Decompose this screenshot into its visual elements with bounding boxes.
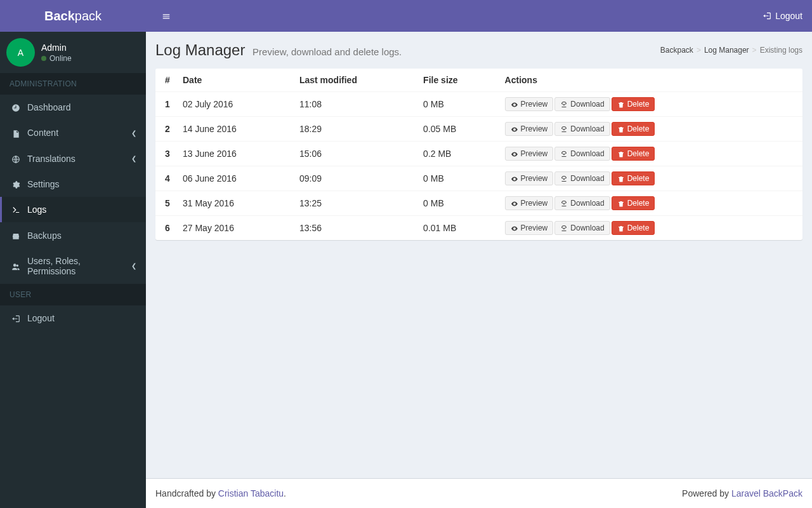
cloud-download-icon <box>560 199 568 208</box>
preview-button[interactable]: Preview <box>505 171 554 185</box>
brand-logo[interactable]: Backpack <box>0 0 146 32</box>
trash-icon <box>617 149 625 158</box>
col-size: File size <box>418 69 500 92</box>
cell-actions: Preview Download Delete <box>500 216 802 241</box>
cell-date: 27 May 2016 <box>178 216 294 241</box>
breadcrumb: Backpack > Log Manager > Existing logs <box>660 46 802 55</box>
download-button[interactable]: Download <box>554 221 610 235</box>
top-logout-link[interactable]: Logout <box>763 11 802 21</box>
delete-button[interactable]: Delete <box>612 122 655 136</box>
chevron-left-icon: ❮ <box>131 262 136 269</box>
eye-icon <box>511 224 518 232</box>
logout-icon <box>10 313 22 323</box>
eye-icon <box>511 124 518 133</box>
sidebar-item-content[interactable]: Content ❮ <box>0 120 146 145</box>
sidebar-item-logs[interactable]: Logs <box>0 197 146 222</box>
cell-actions: Preview Download Delete <box>500 142 802 166</box>
trash-icon <box>617 199 625 208</box>
preview-button[interactable]: Preview <box>505 97 554 111</box>
sidebar-item-translations[interactable]: Translations ❮ <box>0 146 146 171</box>
cell-modified: 13:56 <box>294 216 418 241</box>
breadcrumb-logmanager[interactable]: Log Manager <box>704 46 749 55</box>
breadcrumb-backpack[interactable]: Backpack <box>660 46 693 55</box>
sidebar-toggle[interactable] <box>155 4 177 28</box>
cell-date: 31 May 2016 <box>178 191 294 216</box>
download-button[interactable]: Download <box>554 171 610 185</box>
download-button[interactable]: Download <box>554 122 610 136</box>
cell-modified: 09:09 <box>294 166 418 191</box>
hamburger-icon <box>162 12 171 21</box>
cloud-download-icon <box>560 174 568 183</box>
sidebar-item-backups[interactable]: Backups <box>0 222 146 248</box>
cell-size: 0 MB <box>418 166 500 191</box>
cell-actions: Preview Download Delete <box>500 117 802 142</box>
sidebar-item-label: Backups <box>27 231 62 241</box>
users-icon <box>10 261 22 271</box>
sidebar-section-user: USER <box>0 284 146 305</box>
col-modified: Last modified <box>294 69 418 92</box>
sidebar-item-settings[interactable]: Settings <box>0 171 146 197</box>
logs-table-box: # Date Last modified File size Actions 1… <box>155 69 802 240</box>
sidebar-item-label: Content <box>27 128 58 138</box>
sidebar-item-label: Users, Roles, Permissions <box>27 256 131 276</box>
cell-size: 0.05 MB <box>418 117 500 142</box>
table-row: 531 May 201613:250 MB Preview Download D… <box>155 191 802 216</box>
terminal-icon <box>10 204 22 215</box>
sidebar-item-logout[interactable]: Logout <box>0 305 146 331</box>
user-panel: A Admin Online <box>0 32 146 73</box>
preview-button[interactable]: Preview <box>505 122 554 136</box>
table-row: 214 June 201618:290.05 MB Preview Downlo… <box>155 117 802 142</box>
delete-button[interactable]: Delete <box>612 171 655 185</box>
preview-button[interactable]: Preview <box>505 221 554 235</box>
eye-icon <box>511 149 518 158</box>
cell-num: 2 <box>155 117 178 142</box>
download-button[interactable]: Download <box>554 196 610 210</box>
sidebar-item-users[interactable]: Users, Roles, Permissions ❮ <box>0 248 146 284</box>
cell-size: 0.01 MB <box>418 216 500 241</box>
preview-button[interactable]: Preview <box>505 196 554 210</box>
cloud-download-icon <box>560 224 568 232</box>
table-row: 313 June 201615:060.2 MB Preview Downloa… <box>155 142 802 166</box>
cell-size: 0 MB <box>418 191 500 216</box>
eye-icon <box>511 100 518 109</box>
col-date: Date <box>178 69 294 92</box>
col-num: # <box>155 69 178 92</box>
preview-button[interactable]: Preview <box>505 147 554 161</box>
delete-button[interactable]: Delete <box>612 97 655 111</box>
trash-icon <box>617 124 625 133</box>
cell-num: 6 <box>155 216 178 241</box>
cell-num: 1 <box>155 92 178 117</box>
cell-actions: Preview Download Delete <box>500 191 802 216</box>
gear-icon <box>10 179 22 189</box>
delete-button[interactable]: Delete <box>612 147 655 161</box>
page-title: Log Manager Preview, download and delete… <box>155 41 402 59</box>
page-subtitle: Preview, download and delete logs. <box>252 46 402 57</box>
delete-button[interactable]: Delete <box>612 221 655 235</box>
download-button[interactable]: Download <box>554 147 610 161</box>
status-dot-icon <box>41 56 46 61</box>
delete-button[interactable]: Delete <box>612 196 655 210</box>
table-row: 406 June 201609:090 MB Preview Download … <box>155 166 802 191</box>
sidebar-item-label: Logs <box>27 204 46 215</box>
sidebar-item-dashboard[interactable]: Dashboard <box>0 95 146 120</box>
cell-size: 0.2 MB <box>418 142 500 166</box>
sidebar-item-label: Dashboard <box>27 102 71 112</box>
cell-num: 4 <box>155 166 178 191</box>
download-button[interactable]: Download <box>554 97 610 111</box>
brand-light: pack <box>75 9 102 23</box>
cell-num: 5 <box>155 191 178 216</box>
hdd-icon <box>10 230 22 240</box>
top-logout-label: Logout <box>775 11 802 21</box>
footer-author-link[interactable]: Cristian Tabacitu <box>218 488 284 498</box>
footer-right: Powered by Laravel BackPack <box>682 488 802 498</box>
footer-powered-link[interactable]: Laravel BackPack <box>731 488 802 498</box>
chevron-left-icon: ❮ <box>131 130 136 137</box>
table-row: 102 July 201611:080 MB Preview Download … <box>155 92 802 117</box>
cell-actions: Preview Download Delete <box>500 166 802 191</box>
brand-bold: Back <box>44 9 75 23</box>
logs-table: # Date Last modified File size Actions 1… <box>155 69 802 240</box>
avatar: A <box>6 38 35 67</box>
eye-icon <box>511 199 518 208</box>
cell-actions: Preview Download Delete <box>500 92 802 117</box>
footer-left: Handcrafted by Cristian Tabacitu. <box>155 488 286 498</box>
